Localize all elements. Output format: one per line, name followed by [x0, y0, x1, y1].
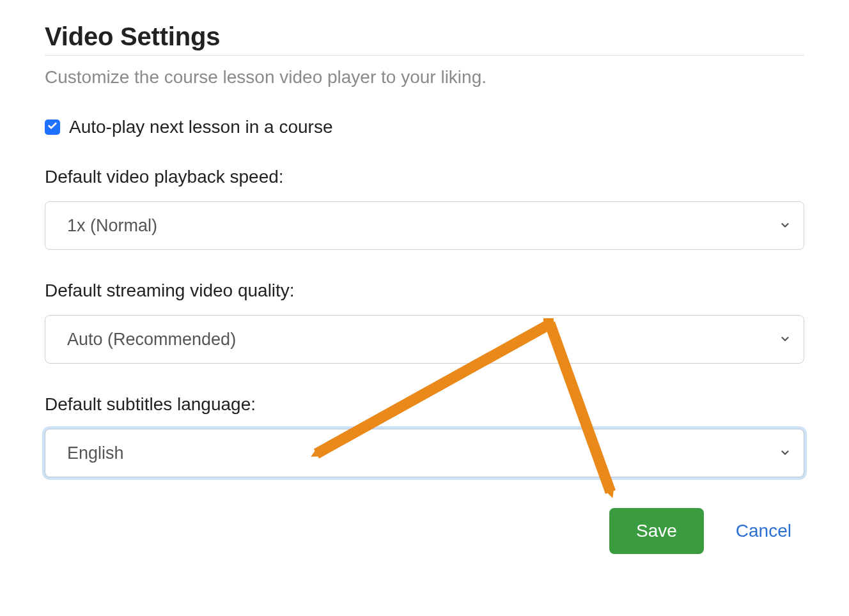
autoplay-checkbox[interactable]: [45, 119, 60, 135]
page-subtitle: Customize the course lesson video player…: [45, 67, 804, 88]
autoplay-row: Auto-play next lesson in a course: [45, 117, 804, 137]
subtitles-language-label: Default subtitles language:: [45, 394, 804, 415]
cancel-button[interactable]: Cancel: [736, 521, 791, 541]
video-quality-label: Default streaming video quality:: [45, 281, 804, 301]
video-quality-value: Auto (Recommended): [67, 330, 236, 350]
subtitles-language-value: English: [67, 443, 124, 463]
chevron-down-icon: [779, 216, 791, 236]
video-quality-select[interactable]: Auto (Recommended): [45, 315, 804, 364]
chevron-down-icon: [779, 330, 791, 350]
page-title: Video Settings: [45, 22, 804, 51]
autoplay-label: Auto-play next lesson in a course: [69, 117, 332, 137]
save-button[interactable]: Save: [609, 508, 704, 554]
playback-speed-label: Default video playback speed:: [45, 167, 804, 187]
video-settings-panel: Video Settings Customize the course less…: [0, 0, 849, 592]
subtitles-language-select[interactable]: English: [45, 429, 804, 477]
playback-speed-select[interactable]: 1x (Normal): [45, 201, 804, 250]
check-icon: [47, 121, 58, 134]
playback-speed-value: 1x (Normal): [67, 216, 157, 236]
title-divider: [45, 55, 804, 56]
chevron-down-icon: [779, 443, 791, 463]
button-row: Save Cancel: [45, 508, 804, 554]
